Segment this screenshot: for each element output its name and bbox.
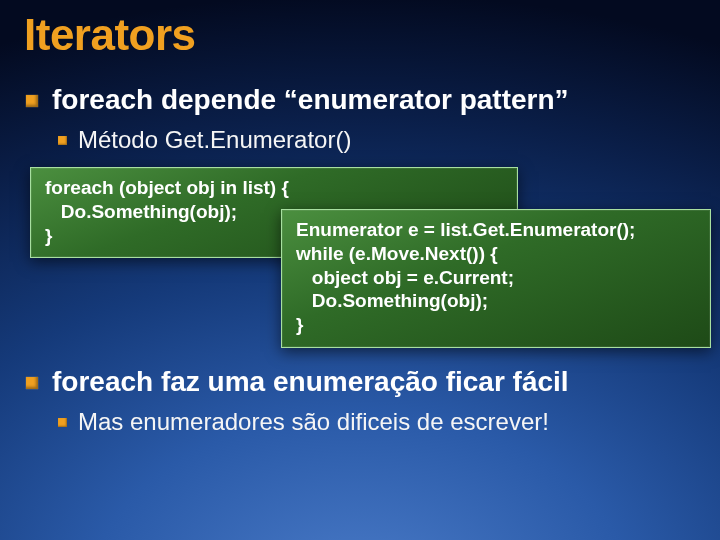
sub-bullet-text: Método Get.Enumerator() <box>78 126 351 153</box>
sub-bullet-text: Mas enumeradores são dificeis de escreve… <box>78 408 549 435</box>
bullet-text: foreach faz uma enumeração ficar fácil <box>52 366 569 397</box>
bullet-item-2: foreach faz uma enumeração ficar fácil M… <box>24 364 696 437</box>
sub-bullet-item: Mas enumeradores são dificeis de escreve… <box>52 407 696 437</box>
code-area: foreach (object obj in list) { Do.Someth… <box>24 167 696 342</box>
slide: Iterators foreach depende “enumerator pa… <box>0 0 720 540</box>
bullet-item-1: foreach depende “enumerator pattern” Mét… <box>24 82 696 155</box>
sub-bullet-list: Método Get.Enumerator() <box>52 125 696 155</box>
bullet-text: foreach depende “enumerator pattern” <box>52 84 569 115</box>
sub-bullet-list-2: Mas enumeradores são dificeis de escreve… <box>52 407 696 437</box>
sub-bullet-item: Método Get.Enumerator() <box>52 125 696 155</box>
bullet-list: foreach depende “enumerator pattern” Mét… <box>24 82 696 155</box>
code-box-expanded: Enumerator e = list.Get.Enumerator(); wh… <box>281 209 711 348</box>
slide-title: Iterators <box>24 10 696 60</box>
bullet-list-2: foreach faz uma enumeração ficar fácil M… <box>24 364 696 437</box>
